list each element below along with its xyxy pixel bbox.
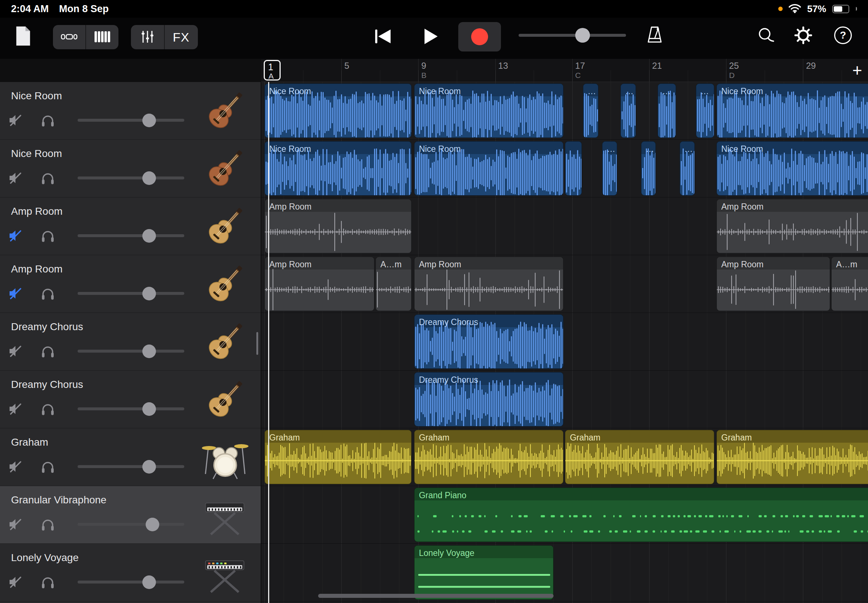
region[interactable]: Amp Room [265,257,374,311]
monitor-button[interactable] [40,402,55,417]
metronome-button[interactable] [645,26,664,45]
track-volume-slider[interactable] [77,349,184,353]
rewind-button[interactable] [374,29,391,45]
track-volume-knob[interactable] [142,229,156,243]
track-volume-slider[interactable] [77,581,184,583]
region[interactable]: A…m [831,257,868,311]
track-header[interactable]: Amp Room [0,255,261,313]
horizontal-scrollbar[interactable] [318,594,554,598]
region[interactable]: … [658,83,676,138]
region[interactable]: Graham [565,430,714,484]
track-header[interactable]: Graham [0,428,261,486]
region[interactable]: Graham [265,430,412,484]
instrument-view-button[interactable] [86,25,118,49]
region[interactable]: … [583,83,599,138]
region[interactable]: Graham [414,430,563,484]
track-header[interactable]: Amp Room [0,198,261,255]
monitor-button[interactable] [40,344,55,360]
track-volume-knob[interactable] [142,345,156,358]
track-volume-slider[interactable] [77,234,184,237]
track-header[interactable]: Granular Vibraphone [0,486,261,544]
mute-button[interactable] [8,344,23,360]
track-volume-knob[interactable] [142,287,156,300]
mute-button[interactable] [8,459,23,475]
monitor-button[interactable] [40,228,55,244]
mixer-button[interactable] [131,25,164,49]
monitor-button[interactable] [40,459,55,475]
region[interactable]: … [696,83,714,138]
region[interactable]: Nice Room [265,83,412,138]
loop-browser-button[interactable] [757,26,775,45]
track-header[interactable]: Nice Room [0,140,261,198]
master-volume-knob[interactable] [575,28,590,43]
region[interactable]: Grand Piano [414,487,868,542]
mute-button[interactable] [8,517,23,533]
track-volume-slider[interactable] [77,119,184,122]
region[interactable]: … [620,83,636,138]
settings-button[interactable] [794,26,812,45]
region[interactable]: Nice Room [716,141,868,196]
mute-button[interactable] [8,171,23,186]
record-button[interactable] [458,22,501,51]
playhead-handle[interactable]: 1A [264,60,281,80]
timeline[interactable]: + 1A59B1317C2125D29 Nice RoomNice Room……… [261,59,868,603]
vertical-scrollbar[interactable] [256,332,258,355]
region[interactable]: Amp Room [265,199,412,254]
track-volume-slider[interactable] [77,407,184,410]
mute-button[interactable] [8,286,23,302]
track-header[interactable]: Nice Room [0,82,261,140]
region[interactable]: … [602,141,617,196]
region[interactable]: Amp Room [414,257,563,311]
track-volume-knob[interactable] [142,460,156,473]
track-volume-knob[interactable] [142,402,156,416]
mute-button[interactable] [8,113,23,129]
play-button[interactable] [424,28,438,46]
region[interactable]: … [680,141,695,196]
add-section-button[interactable]: + [852,60,862,81]
region[interactable]: Nice Room [414,141,563,196]
document-button[interactable] [15,26,32,48]
track-volume-slider[interactable] [77,523,184,526]
tracks-view-button[interactable] [53,25,85,49]
playhead[interactable] [268,82,269,603]
master-volume-slider[interactable] [518,34,626,37]
region[interactable]: Nice Room [716,83,868,138]
track-header[interactable]: Dreamy Chorus [0,313,261,371]
track-volume-slider[interactable] [77,176,184,179]
track-lane[interactable]: Amp RoomA…mAmp RoomAmp RoomA…m [261,255,868,313]
monitor-button[interactable] [40,171,55,186]
track-lane[interactable]: Nice RoomNice Room………Nice Room [261,140,868,198]
track-lane[interactable]: GrahamGrahamGrahamGraham [261,428,868,486]
region[interactable]: A…m [376,257,412,311]
track-lane[interactable]: Grand Piano [261,486,868,544]
track-lane[interactable]: Nice RoomNice Room…………Nice Room [261,82,868,140]
track-volume-knob[interactable] [142,114,156,127]
help-button[interactable]: ? [834,26,852,44]
mute-button[interactable] [8,228,23,244]
track-lane[interactable]: Dreamy Chorus [261,313,868,371]
track-volume-knob[interactable] [142,575,156,589]
monitor-button[interactable] [40,517,55,533]
region[interactable]: Amp Room [716,257,830,311]
fx-button[interactable]: FX [165,25,198,49]
track-header[interactable]: Lonely Voyage [0,544,261,601]
track-volume-knob[interactable] [142,171,156,185]
monitor-button[interactable] [40,113,55,129]
track-volume-knob[interactable] [145,518,159,531]
ruler[interactable]: + 1A59B1317C2125D29 [261,59,868,82]
track-lane[interactable]: Amp RoomAmp Room [261,198,868,255]
monitor-button[interactable] [40,286,55,302]
region[interactable] [565,141,582,196]
track-header[interactable]: Dreamy Chorus [0,371,261,428]
track-volume-slider[interactable] [77,292,184,295]
track-lane[interactable]: Lonely Voyage [261,544,868,601]
mute-button[interactable] [8,402,23,417]
track-volume-slider[interactable] [77,465,184,468]
track-lane[interactable]: Dreamy Chorus [261,371,868,428]
region[interactable]: Lonely Voyage [414,545,554,600]
region[interactable]: Amp Room [716,199,868,254]
region[interactable]: Dreamy Chorus [414,314,563,369]
region[interactable]: … [641,141,656,196]
monitor-button[interactable] [40,575,55,591]
region[interactable]: Graham [716,430,868,484]
